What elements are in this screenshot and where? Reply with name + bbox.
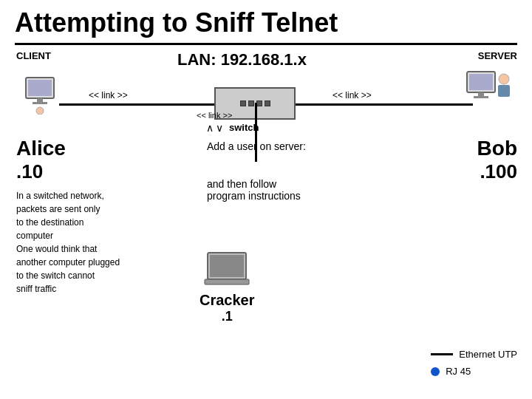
and-then-text: and then follow program instructions (207, 178, 414, 202)
rj45-dot-icon (431, 367, 440, 376)
client-label: CLIENT (16, 50, 51, 61)
cracker-ip: .1 (222, 309, 233, 324)
alice-section: Alice .10 In a switched network, packets… (16, 137, 164, 296)
svg-point-10 (499, 74, 509, 84)
link-right-label: << link >> (332, 90, 372, 100)
svg-point-4 (36, 107, 44, 115)
link-vertical-label: << link >> ∧ ∨ (197, 111, 232, 134)
switch-dot-1 (240, 100, 246, 106)
client-computer-icon (22, 74, 63, 117)
link-left-label: << link >> (89, 90, 128, 100)
switch-dot-2 (248, 100, 254, 106)
svg-rect-3 (33, 102, 47, 104)
alice-ip: .10 (16, 160, 164, 183)
ethernet-line-icon (431, 353, 453, 355)
switch-dot-4 (265, 100, 270, 106)
cracker-name: Cracker (200, 292, 255, 309)
legend: Ethernet UTP RJ 45 (431, 349, 517, 377)
svg-rect-7 (469, 74, 493, 90)
legend-rj45: RJ 45 (431, 366, 517, 377)
svg-rect-14 (205, 279, 249, 284)
bob-section: Bob .100 (477, 137, 517, 183)
server-computer-icon (466, 70, 514, 117)
network-diagram: << link >> switch << link >> (15, 66, 517, 148)
middle-section: Add a user on server: and then follow pr… (207, 140, 414, 202)
legend-ethernet: Ethernet UTP (431, 349, 517, 360)
bob-ip: .100 (477, 160, 517, 183)
alice-name: Alice (16, 137, 164, 160)
add-user-text: Add a user on server: (207, 140, 414, 152)
slide: Attempting to Sniff Telnet CLIENT LAN: 1… (0, 0, 532, 399)
page-title: Attempting to Sniff Telnet (15, 7, 517, 45)
cracker-section: Cracker .1 (200, 251, 255, 324)
cracker-laptop-icon (204, 251, 250, 288)
server-label: SERVER (478, 50, 517, 61)
bob-name: Bob (477, 137, 517, 160)
svg-rect-13 (210, 255, 244, 277)
svg-rect-11 (498, 85, 510, 97)
svg-rect-9 (474, 96, 488, 98)
alice-description: In a switched network, packets are sent … (16, 189, 164, 296)
svg-rect-1 (28, 80, 52, 96)
